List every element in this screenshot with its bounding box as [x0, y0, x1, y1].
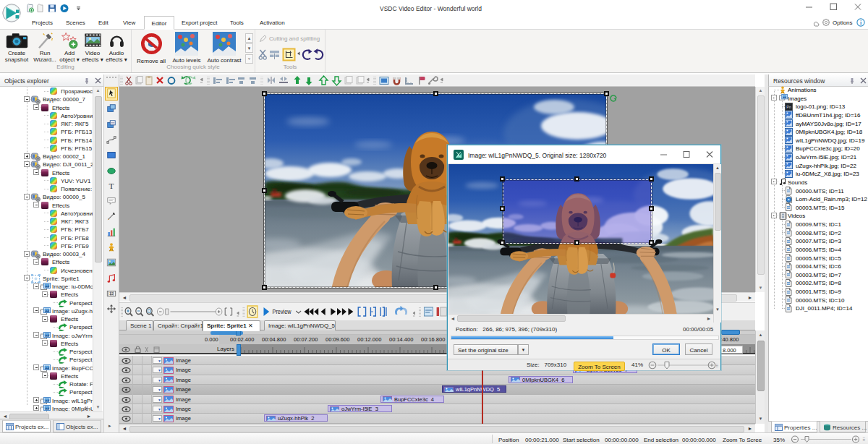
svg-text:12: 12	[109, 291, 114, 296]
svg-text:Pn: Pn	[786, 105, 791, 109]
svg-text:T: T	[109, 182, 114, 190]
svg-text:i: i	[860, 20, 862, 26]
svg-text:Preview: Preview	[273, 308, 292, 315]
